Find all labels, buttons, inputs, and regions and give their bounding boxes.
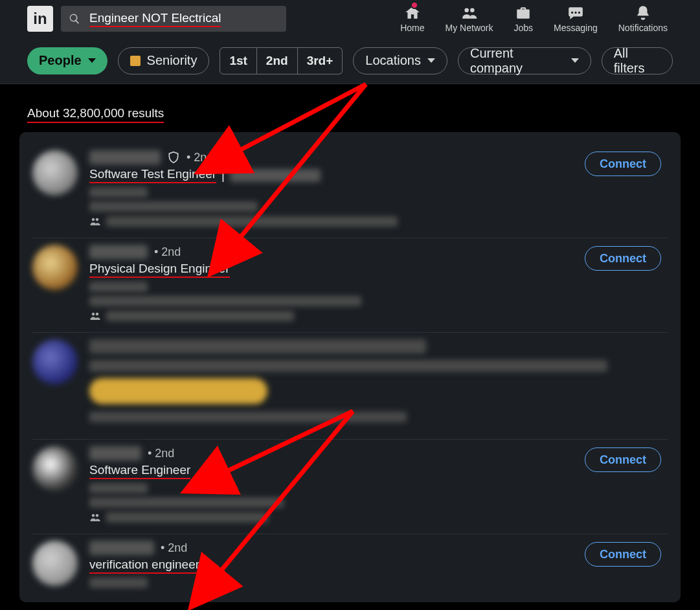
filter-connection-degree: 1st 2nd 3rd+	[220, 47, 343, 74]
blurred-text	[230, 169, 321, 182]
avatar[interactable]	[32, 150, 78, 196]
people-icon	[461, 5, 478, 21]
blurred-text	[106, 216, 398, 227]
verified-shield-icon	[167, 151, 180, 164]
connect-button[interactable]: Connect	[585, 246, 661, 271]
filter-people[interactable]: People	[27, 47, 107, 74]
blurred-text	[89, 497, 284, 508]
nav-home-label: Home	[400, 23, 424, 33]
blurred-text	[89, 339, 426, 354]
result-row[interactable]: • 2nd Physical Design Engineer Connect	[32, 238, 668, 333]
nav-notifications-label: Notifications	[618, 23, 668, 33]
filter-all-filters[interactable]: All filters	[602, 47, 673, 74]
briefcase-icon	[515, 5, 532, 21]
blurred-text	[89, 360, 607, 372]
nav-notifications[interactable]: Notifications	[618, 5, 668, 33]
profile-title: Software Test Engineer	[89, 167, 216, 183]
filter-2nd[interactable]: 2nd	[257, 47, 298, 74]
profile-name-blurred	[89, 446, 141, 460]
title-separator: |	[221, 168, 225, 183]
filter-seniority[interactable]: Seniority	[118, 47, 210, 74]
linkedin-logo[interactable]: in	[27, 6, 53, 32]
chat-icon	[567, 5, 584, 21]
promo-row[interactable]	[32, 333, 668, 440]
profile-title: verification engineer	[89, 558, 199, 574]
chevron-down-icon	[427, 58, 435, 63]
search-input[interactable]: Engineer NOT Electrical	[61, 6, 286, 32]
connect-button[interactable]: Connect	[585, 542, 661, 567]
results-count: About 32,800,000 results	[27, 106, 164, 123]
filter-all-filters-label: All filters	[614, 46, 660, 76]
notification-dot	[411, 1, 418, 9]
filter-bar: People Seniority 1st 2nd 3rd+ Locations …	[0, 38, 700, 84]
nav-jobs-label: Jobs	[514, 23, 533, 33]
nav-messaging[interactable]: Messaging	[554, 5, 598, 33]
nav-jobs[interactable]: Jobs	[514, 5, 533, 33]
blurred-text	[89, 201, 258, 212]
chevron-down-icon	[88, 58, 96, 63]
blurred-text	[89, 578, 148, 588]
connection-degree: • 2nd	[186, 151, 213, 164]
connect-button[interactable]: Connect	[585, 152, 661, 176]
results-card: • 2nd Software Test Engineer | Connect •…	[19, 132, 681, 602]
filter-current-company[interactable]: Current company	[458, 47, 591, 74]
nav-my-network[interactable]: My Network	[446, 5, 493, 33]
profile-title: Software Engineer	[89, 463, 190, 479]
connect-button[interactable]: Connect	[585, 447, 661, 472]
connection-degree: • 2nd	[148, 447, 174, 460]
top-nav: in Engineer NOT Electrical Home My Netwo…	[0, 0, 700, 38]
filter-current-company-label: Current company	[470, 46, 565, 76]
avatar[interactable]	[32, 245, 78, 290]
profile-name-blurred	[89, 150, 161, 164]
search-icon	[69, 13, 80, 25]
blurred-text	[89, 187, 148, 198]
avatar[interactable]	[32, 541, 78, 586]
filter-locations-label: Locations	[365, 53, 421, 68]
profile-name-blurred	[89, 541, 154, 555]
mutual-connections-icon	[89, 310, 101, 322]
avatar[interactable]	[32, 446, 78, 491]
result-row[interactable]: • 2nd verification engineer Connect	[32, 534, 668, 602]
result-row[interactable]: • 2nd Software Test Engineer | Connect	[32, 144, 668, 238]
mutual-connections-icon	[89, 216, 101, 227]
blurred-text	[106, 512, 268, 523]
connection-degree: • 2nd	[154, 245, 181, 259]
filter-3rd[interactable]: 3rd+	[298, 47, 343, 74]
blurred-text	[89, 483, 148, 493]
nav-home[interactable]: Home	[400, 5, 424, 33]
blurred-text	[89, 296, 361, 306]
mutual-connections-icon	[89, 512, 101, 523]
global-nav: Home My Network Jobs Messaging Notificat…	[400, 5, 668, 33]
nav-my-network-label: My Network	[446, 23, 493, 33]
result-row[interactable]: • 2nd Software Engineer Connect	[32, 440, 668, 534]
bell-icon	[635, 5, 651, 21]
blurred-text	[106, 311, 294, 321]
filter-1st[interactable]: 1st	[220, 47, 256, 74]
filter-locations[interactable]: Locations	[353, 47, 447, 74]
premium-badge-icon	[130, 56, 141, 66]
connection-degree: • 2nd	[161, 541, 187, 555]
blurred-text	[89, 412, 407, 422]
promo-icon	[32, 339, 78, 385]
filter-people-label: People	[39, 53, 82, 68]
profile-title: Physical Design Engineer	[89, 262, 230, 278]
promo-cta-blurred[interactable]	[89, 378, 267, 404]
profile-name-blurred	[89, 245, 148, 259]
filter-seniority-label: Seniority	[147, 53, 198, 68]
chevron-down-icon	[571, 58, 579, 63]
nav-messaging-label: Messaging	[554, 23, 598, 33]
blurred-text	[89, 282, 148, 292]
search-query-text: Engineer NOT Electrical	[89, 11, 221, 27]
